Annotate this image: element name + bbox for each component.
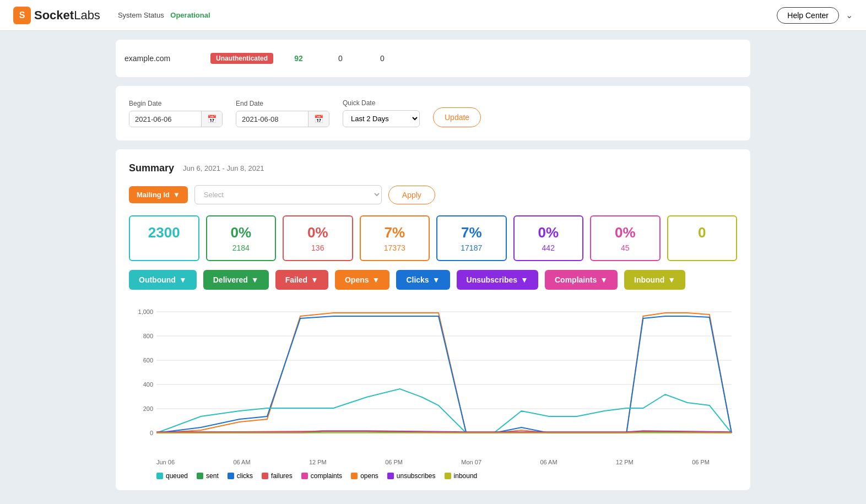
stat-main-unsubscribes: 0% bbox=[521, 224, 576, 241]
begin-date-field: Begin Date 📅 bbox=[129, 100, 223, 127]
metric-button-unsubscribes[interactable]: Unsubscribes ▼ bbox=[457, 270, 538, 290]
stat-sub-unsubscribes: 442 bbox=[542, 243, 555, 252]
legend-dot-inbound bbox=[445, 473, 451, 479]
metric-button-clicks[interactable]: Clicks ▼ bbox=[396, 270, 450, 290]
date-filter-card: Begin Date 📅 End Date 📅 Quick Date Last … bbox=[116, 86, 750, 140]
chart-svg: 1,000 800 600 400 200 0 bbox=[129, 301, 737, 455]
chevron-down-icon[interactable]: ⌄ bbox=[846, 10, 853, 20]
begin-date-calendar-button[interactable]: 📅 bbox=[201, 111, 222, 127]
legend-dot-complaints bbox=[301, 473, 308, 479]
legend-dot-queued bbox=[156, 473, 163, 479]
logo: S SocketLabs bbox=[13, 7, 100, 24]
legend-label-complaints: complaints bbox=[311, 472, 342, 480]
stat-main-clicks: 7% bbox=[444, 224, 499, 241]
summary-date-range: Jun 6, 2021 - Jun 8, 2021 bbox=[183, 164, 264, 172]
chart-x-label: 12 PM bbox=[309, 459, 327, 465]
stat-card-delivered: 0% 2184 bbox=[206, 215, 277, 261]
stat-sub-delivered: 2184 bbox=[232, 243, 250, 252]
stat-card-opens: 7% 17373 bbox=[360, 215, 430, 261]
legend-dot-opens bbox=[351, 473, 358, 479]
end-date-input[interactable] bbox=[236, 112, 308, 127]
stat-sub-complaints: 45 bbox=[621, 243, 630, 252]
begin-date-input[interactable] bbox=[129, 112, 201, 127]
count-col2: 0 bbox=[324, 54, 357, 63]
metric-button-delivered[interactable]: Delivered ▼ bbox=[203, 270, 269, 290]
legend-item-clicks: clicks bbox=[228, 472, 253, 480]
stat-main-inbound: 0 bbox=[675, 224, 730, 241]
chevron-down-icon: ▼ bbox=[251, 275, 259, 284]
stat-main-opens: 7% bbox=[367, 224, 423, 241]
svg-text:0: 0 bbox=[150, 430, 153, 436]
metric-button-inbound[interactable]: Inbound ▼ bbox=[624, 270, 685, 290]
chevron-down-icon: ▼ bbox=[372, 275, 380, 284]
chart-x-label: Mon 07 bbox=[461, 459, 481, 465]
svg-text:1,000: 1,000 bbox=[138, 308, 154, 315]
help-center-button[interactable]: Help Center bbox=[777, 7, 839, 24]
legend-label-clicks: clicks bbox=[237, 472, 253, 480]
stat-main-failed: 0% bbox=[290, 224, 345, 241]
status-badge: Unauthenticated bbox=[210, 53, 273, 64]
quick-date-select[interactable]: Last 2 Days bbox=[343, 110, 420, 127]
stat-sub-clicks: 17187 bbox=[461, 243, 482, 252]
svg-text:200: 200 bbox=[143, 405, 153, 412]
chart-x-label: Jun 06 bbox=[156, 459, 175, 465]
filter-row: Mailing Id ▼ Select Apply bbox=[129, 185, 737, 204]
legend-label-queued: queued bbox=[166, 472, 188, 480]
metric-button-complaints[interactable]: Complaints ▼ bbox=[545, 270, 618, 290]
stat-main-outbound: 2300 bbox=[137, 224, 192, 241]
main-content: example.com Unauthenticated 92 0 0 Begin… bbox=[102, 40, 764, 503]
mailing-id-select[interactable]: Select bbox=[194, 185, 382, 204]
chevron-down-icon: ▼ bbox=[311, 275, 318, 284]
apply-button[interactable]: Apply bbox=[388, 186, 435, 204]
chart-x-labels: Jun 0606 AM12 PM06 PMMon 0706 AM12 PM06 … bbox=[129, 457, 737, 468]
count-col3: 0 bbox=[366, 54, 399, 63]
legend-item-unsubscribes: unsubscribes bbox=[387, 472, 436, 480]
legend-item-complaints: complaints bbox=[301, 472, 342, 480]
end-date-calendar-button[interactable]: 📅 bbox=[308, 111, 329, 127]
legend-label-unsubscribes: unsubscribes bbox=[397, 472, 436, 480]
stat-card-inbound: 0 bbox=[667, 215, 738, 261]
stat-card-clicks: 7% 17187 bbox=[436, 215, 507, 261]
logo-text: SocketLabs bbox=[34, 8, 100, 23]
chevron-down-icon: ▼ bbox=[521, 275, 528, 284]
stat-card-failed: 0% 136 bbox=[283, 215, 353, 261]
chevron-down-icon: ▼ bbox=[668, 275, 675, 284]
update-button[interactable]: Update bbox=[433, 107, 481, 127]
date-row: Begin Date 📅 End Date 📅 Quick Date Last … bbox=[129, 99, 737, 127]
svg-text:800: 800 bbox=[143, 333, 153, 339]
table-row: example.com Unauthenticated 92 0 0 bbox=[125, 48, 741, 68]
summary-title: Summary bbox=[129, 162, 174, 174]
svg-text:600: 600 bbox=[143, 357, 153, 364]
legend-item-queued: queued bbox=[156, 472, 188, 480]
logo-labs: Labs bbox=[74, 8, 100, 22]
chevron-down-icon: ▼ bbox=[432, 275, 440, 284]
metric-button-row: Outbound ▼Delivered ▼Failed ▼Opens ▼Clic… bbox=[129, 270, 737, 290]
stat-main-complaints: 0% bbox=[598, 224, 653, 241]
chart-x-label: 06 PM bbox=[385, 459, 403, 465]
system-status: System Status Operational bbox=[118, 11, 210, 19]
stats-grid: 2300 0% 2184 0% 136 7% 17373 7% 17187 0%… bbox=[129, 215, 737, 261]
begin-date-label: Begin Date bbox=[129, 100, 223, 107]
svg-text:400: 400 bbox=[143, 381, 153, 388]
metric-button-failed[interactable]: Failed ▼ bbox=[275, 270, 328, 290]
stat-sub-opens: 17373 bbox=[384, 243, 405, 252]
logo-icon: S bbox=[13, 7, 31, 24]
summary-header: Summary Jun 6, 2021 - Jun 8, 2021 bbox=[129, 162, 737, 174]
stat-sub-failed: 136 bbox=[311, 243, 324, 252]
domain-cell: example.com bbox=[125, 54, 202, 63]
legend-dot-unsubscribes bbox=[387, 473, 394, 479]
legend-item-failures: failures bbox=[262, 472, 293, 480]
metric-button-outbound[interactable]: Outbound ▼ bbox=[129, 270, 197, 290]
legend-item-opens: opens bbox=[351, 472, 378, 480]
stat-card-outbound: 2300 bbox=[129, 215, 199, 261]
chart-container: 1,000 800 600 400 200 0 bbox=[129, 301, 737, 477]
legend-dot-clicks bbox=[228, 473, 234, 479]
quick-date-field: Quick Date Last 2 Days bbox=[343, 99, 420, 127]
legend-label-failures: failures bbox=[271, 472, 293, 480]
end-date-input-wrap: 📅 bbox=[236, 111, 329, 127]
stat-card-complaints: 0% 45 bbox=[590, 215, 661, 261]
metric-button-opens[interactable]: Opens ▼ bbox=[335, 270, 389, 290]
legend-item-sent: sent bbox=[197, 472, 219, 480]
legend-label-sent: sent bbox=[206, 472, 219, 480]
mailing-id-button[interactable]: Mailing Id ▼ bbox=[129, 186, 188, 203]
